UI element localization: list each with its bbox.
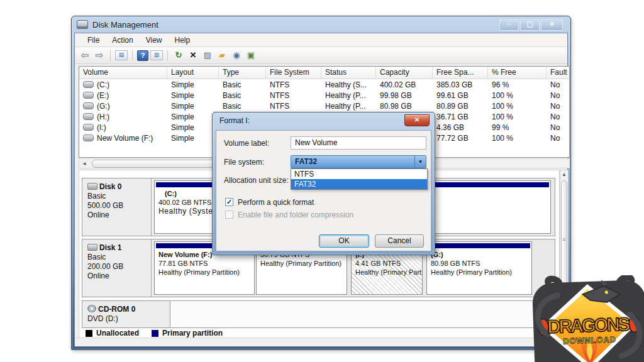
cell-layout: Simple	[167, 112, 219, 123]
cdrom-row: CD-ROM 0 DVD (D:)	[82, 300, 555, 328]
partition-g[interactable]: (G:) 80.98 GB NTFS Healthy (Primary Part…	[426, 241, 532, 295]
cell-fault: No	[547, 133, 570, 144]
cancel-button[interactable]: Cancel	[375, 234, 424, 248]
ok-button[interactable]: OK	[319, 234, 369, 248]
format-dialog: Format I: ✕ Volume label: New Volume Fil…	[212, 112, 435, 255]
column-header-volume[interactable]: Volume	[79, 67, 167, 79]
quick-format-checkbox[interactable]: ✓	[225, 198, 233, 206]
cell-pct: 100 %	[488, 112, 547, 123]
table-row[interactable]: (C:)SimpleBasicNTFSHealthy (S...400.02 G…	[79, 80, 569, 90]
window-title: Disk Management	[92, 20, 158, 30]
disk0-kind: Basic	[87, 192, 151, 201]
cell-pct: 96 %	[488, 80, 547, 90]
partition-strip	[428, 243, 530, 248]
close-button[interactable]: ✕	[541, 19, 563, 31]
cell-type: Basic	[219, 101, 266, 112]
cell-fault: No	[547, 123, 570, 133]
scroll-up-icon[interactable]: ▲	[560, 170, 568, 179]
minimize-button[interactable]: –	[499, 19, 519, 31]
volume-icon	[83, 102, 94, 109]
disk0-size: 500.00 GB	[87, 201, 151, 211]
scroll-left-icon[interactable]: ◄	[79, 161, 89, 167]
cell-free: 80.89 GB	[433, 101, 488, 112]
cdrom-media-area	[171, 301, 555, 327]
unallocated-swatch	[86, 330, 92, 337]
show-console-icon[interactable]: ▥	[150, 50, 163, 60]
menu-action[interactable]: Action	[106, 36, 139, 45]
console-tree-icon[interactable]: ▤	[115, 50, 128, 60]
cell-fs: NTFS	[266, 80, 321, 90]
cell-layout: Simple	[167, 90, 219, 101]
cell-pct: 100 %	[488, 90, 547, 101]
dropdown-option-ntfs[interactable]: NTFS	[291, 169, 427, 179]
table-row[interactable]: (E:)SimpleBasicNTFSHealthy (P...99.98 GB…	[79, 90, 569, 101]
forward-icon[interactable]: ⇨	[93, 50, 106, 61]
volume-label-input[interactable]: New Volume	[291, 136, 426, 150]
cell-fs: NTFS	[266, 101, 321, 112]
disk-icon	[87, 244, 97, 251]
partition-status: Healthy (Primary Partition)	[431, 268, 531, 277]
cell-type: Basic	[219, 90, 266, 101]
open-folder-icon[interactable]: ▰	[216, 50, 228, 61]
column-header-type[interactable]: Type	[219, 67, 266, 79]
dialog-title: Format I:	[219, 116, 250, 125]
dragons-download-logo: DRAGONS DOWNLOAD	[526, 275, 644, 362]
legend-label: Unallocated	[96, 329, 139, 337]
volume-icon	[83, 81, 94, 88]
partition-status: Healthy (Primary Partition)	[158, 268, 254, 277]
column-header-fault[interactable]: Fault T	[547, 67, 570, 79]
legend-label: Primary partition	[162, 329, 223, 337]
menu-file[interactable]: File	[81, 36, 106, 45]
file-system-value: FAT32	[295, 157, 317, 166]
manage-icon[interactable]: ▣	[245, 50, 257, 61]
column-header-pctfree[interactable]: % Free	[488, 67, 547, 79]
maximize-button[interactable]: ▢	[520, 19, 540, 31]
toolbar-separator	[167, 50, 168, 61]
legend-primary-partition: Primary partition	[152, 329, 223, 337]
disk0-info[interactable]: Disk 0 Basic 500.00 GB Online	[82, 178, 152, 236]
title-bar[interactable]: Disk Management – ▢ ✕	[72, 16, 570, 33]
cell-capacity: 80.98 GB	[376, 101, 433, 112]
help-icon[interactable]: ?	[137, 50, 148, 61]
column-header-status[interactable]: Status	[321, 67, 376, 79]
logo-title: DRAGONS	[547, 314, 631, 337]
column-header-filesystem[interactable]: File System	[266, 67, 321, 79]
table-row[interactable]: (G:)SimpleBasicNTFSHealthy (P...80.98 GB…	[79, 101, 569, 112]
chevron-down-icon[interactable]: ▼	[414, 156, 426, 168]
refresh-icon[interactable]: ↻	[172, 50, 185, 61]
volume-icon	[83, 92, 94, 99]
delete-icon[interactable]: ✕	[187, 50, 199, 61]
partition-size: 4.41 GB NTFS	[355, 259, 422, 268]
disk1-status: Online	[87, 272, 151, 281]
partition-size: 77.81 GB NTFS	[158, 259, 254, 268]
dialog-body: Volume label: New Volume File system: FA…	[216, 130, 431, 251]
back-icon[interactable]: ⇦	[79, 50, 91, 61]
menu-help[interactable]: Help	[169, 36, 197, 45]
cdrom-info[interactable]: CD-ROM 0 DVD (D:)	[82, 301, 170, 327]
cell-fault: No	[547, 90, 570, 101]
dialog-close-button[interactable]: ✕	[404, 114, 430, 126]
menu-view[interactable]: View	[140, 36, 169, 45]
quick-format-label[interactable]: Perform a quick format	[238, 198, 314, 207]
file-system-dropdown-list: NTFS FAT32	[291, 168, 428, 190]
cell-capacity: 400.02 GB	[376, 80, 433, 90]
cell-volume: (I:)	[79, 123, 167, 133]
menu-bar: File Action View Help	[75, 33, 567, 47]
find-icon[interactable]: ◉	[230, 50, 243, 61]
cell-status: Healthy (P...	[321, 101, 376, 112]
properties-icon[interactable]: ▨	[201, 50, 214, 61]
column-header-capacity[interactable]: Capacity	[376, 67, 433, 79]
file-system-caption: File system:	[224, 158, 264, 167]
column-header-layout[interactable]: Layout	[167, 67, 219, 79]
legend-unallocated: Unallocated	[86, 329, 139, 337]
cell-free: 385.03 GB	[433, 80, 488, 90]
compression-checkbox[interactable]	[225, 211, 233, 219]
cdrom-icon	[87, 305, 96, 312]
cell-fault: No	[547, 80, 570, 90]
dropdown-option-fat32[interactable]: FAT32	[291, 179, 427, 189]
disk1-info[interactable]: Disk 1 Basic 200.00 GB Online	[82, 239, 152, 297]
file-system-combobox[interactable]: FAT32 ▼	[291, 155, 426, 168]
volume-icon	[83, 113, 94, 120]
toolbar-separator	[132, 50, 133, 61]
column-header-freespace[interactable]: Free Spa...	[433, 67, 488, 79]
